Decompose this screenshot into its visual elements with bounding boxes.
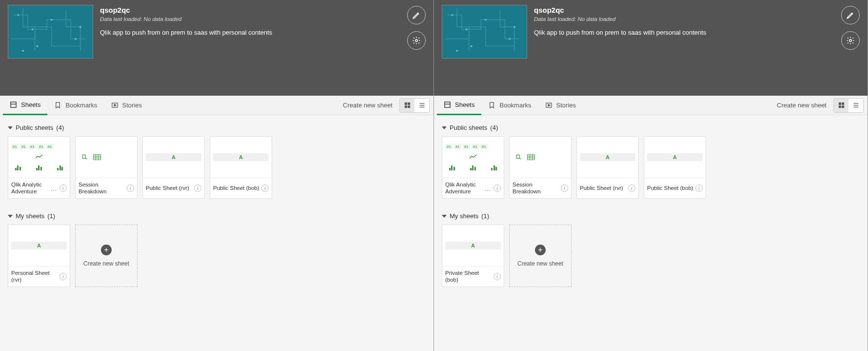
sheet-card[interactable]: A Personal Sheet (rvr) i (8, 225, 70, 287)
stories-icon (545, 102, 552, 109)
sheet-label: Qlik Analytic Adventure (11, 182, 48, 195)
my-sheets-row: A Personal Sheet (rvr) i + Create new sh… (8, 225, 426, 287)
right-pane: qsop2qc Data last loaded: No data loaded… (434, 0, 868, 351)
sheet-card[interactable]: #1 #1 #1 #1 #1 Qlik Analytic Adventure (8, 136, 70, 199)
info-icon[interactable]: i (261, 185, 269, 192)
sheet-card[interactable]: A Public Sheet (bob) i (644, 136, 706, 199)
tab-label: Bookmarks (65, 102, 97, 109)
tab-label: Stories (122, 102, 142, 109)
more-icon[interactable]: … (50, 185, 58, 192)
app-description: Qlik app to push from on prem to saas wi… (534, 29, 860, 36)
app-last-loaded: Data last loaded: No data loaded (100, 16, 426, 22)
tab-bookmarks[interactable]: Bookmarks (481, 96, 538, 115)
sheet-card[interactable]: Session Breakdown i (509, 136, 572, 199)
info-icon[interactable]: i (127, 185, 134, 192)
text-block-icon: A (580, 153, 635, 161)
sheets-icon (10, 101, 17, 108)
list-view-button[interactable] (414, 99, 429, 112)
public-sheets-row: #1 #1 #1 #1 #1 Qlik Analytic Adventure (8, 136, 426, 199)
create-new-sheet-card[interactable]: + Create new sheet (509, 225, 572, 287)
bar-chart-icon (57, 165, 63, 170)
my-sheets-header[interactable]: My sheets (1) (8, 212, 426, 220)
more-icon[interactable]: … (484, 185, 492, 192)
my-sheets-row: A Private Sheet (bob) i + Create new she… (442, 225, 860, 287)
sheet-label: Public Sheet (bob) (213, 185, 259, 192)
public-sheets-header[interactable]: Public sheets (4) (442, 124, 860, 131)
my-sheets-header[interactable]: My sheets (1) (442, 212, 860, 220)
svg-point-24 (456, 50, 458, 52)
sheet-card[interactable]: A Private Sheet (bob) i (442, 225, 504, 287)
svg-point-2 (32, 28, 34, 30)
new-sheet-label: Create new sheet (517, 260, 563, 267)
settings-button[interactable] (841, 31, 860, 50)
list-icon (418, 102, 426, 109)
sheet-label: Session Breakdown (513, 182, 559, 195)
edit-button[interactable] (841, 6, 860, 24)
info-icon[interactable]: i (59, 185, 67, 192)
sheet-label: Private Sheet (bob) (445, 270, 492, 284)
svg-marker-28 (548, 104, 550, 106)
app-header: qsop2qc Data last loaded: No data loaded… (434, 0, 868, 96)
create-new-sheet-link[interactable]: Create new sheet (777, 102, 830, 109)
app-thumbnail (8, 5, 93, 59)
sheet-label: Public Sheet (rvr) (580, 185, 626, 192)
public-sheets-row: #1 #1 #1 #1 #1 Qlik Analytic Adventure (442, 136, 860, 199)
bar-chart-icon (449, 165, 455, 170)
create-new-sheet-link[interactable]: Create new sheet (343, 102, 396, 109)
bookmark-icon (54, 102, 61, 109)
kpi-tag: #1 (11, 144, 19, 149)
export-icon (515, 154, 522, 161)
tab-sheets[interactable]: Sheets (437, 96, 481, 115)
grid-view-button[interactable] (400, 99, 414, 112)
info-icon[interactable]: i (493, 185, 501, 192)
tab-label: Stories (556, 102, 576, 109)
kpi-tag: #1 (46, 144, 54, 149)
section-label: Public sheets (450, 124, 487, 131)
tab-bookmarks[interactable]: Bookmarks (47, 96, 104, 115)
info-icon[interactable]: i (194, 185, 201, 192)
info-icon[interactable]: i (695, 185, 703, 192)
app-thumbnail (442, 5, 527, 59)
svg-rect-14 (404, 105, 407, 108)
svg-point-19 (466, 28, 468, 30)
app-last-loaded: Data last loaded: No data loaded (534, 16, 860, 22)
grid-view-button[interactable] (834, 99, 848, 112)
info-icon[interactable]: i (59, 273, 67, 280)
toolbar: Sheets Bookmarks Stories Create new shee… (434, 96, 868, 115)
list-view-button[interactable] (848, 99, 863, 112)
kpi-tag: #1 (29, 144, 36, 149)
section-label: Public sheets (16, 124, 53, 131)
caret-down-icon (8, 126, 13, 129)
sheet-card[interactable]: Session Breakdown i (75, 136, 138, 199)
info-icon[interactable]: i (628, 185, 635, 192)
create-new-sheet-card[interactable]: + Create new sheet (75, 225, 138, 287)
tab-stories[interactable]: Stories (104, 96, 149, 115)
info-icon[interactable]: i (493, 273, 501, 280)
sheets-icon (444, 101, 451, 108)
tab-sheets[interactable]: Sheets (3, 96, 47, 115)
svg-point-21 (509, 38, 511, 40)
grid-icon (404, 102, 411, 109)
tab-stories[interactable]: Stories (538, 96, 583, 115)
public-sheets-header[interactable]: Public sheets (4) (8, 124, 426, 131)
sheet-card[interactable]: #1 #1 #1 #1 #1 Qlik Analytic Adventure (442, 136, 504, 199)
sheet-card[interactable]: A Public Sheet (rvr) i (576, 136, 639, 199)
sheet-card[interactable]: A Public Sheet (bob) i (210, 136, 272, 199)
view-toggle (833, 98, 864, 113)
svg-rect-33 (528, 155, 535, 160)
caret-down-icon (442, 215, 447, 218)
header-action-buttons (841, 6, 860, 50)
settings-button[interactable] (407, 31, 426, 50)
toolbar: Sheets Bookmarks Stories Create new shee… (0, 96, 434, 115)
grid-icon (838, 102, 845, 109)
section-count: (4) (490, 124, 498, 131)
edit-button[interactable] (407, 6, 426, 24)
app-header-text: qsop2qc Data last loaded: No data loaded… (534, 5, 860, 36)
table-icon (93, 154, 101, 160)
section-count: (1) (481, 212, 489, 220)
table-icon (527, 154, 535, 160)
info-icon[interactable]: i (561, 185, 568, 192)
sheet-card[interactable]: A Public Sheet (rvr) i (142, 136, 205, 199)
kpi-tag: #1 (480, 144, 488, 149)
svg-point-22 (471, 45, 473, 47)
